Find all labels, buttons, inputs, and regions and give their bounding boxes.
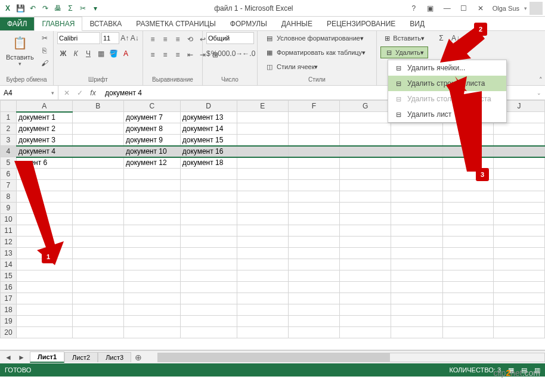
close-icon[interactable]: ✕ bbox=[473, 2, 488, 15]
orientation-icon[interactable]: ⟲ bbox=[184, 33, 196, 45]
col-header-E[interactable]: E bbox=[237, 101, 288, 112]
paste-button[interactable]: 📋 Вставить ▾ bbox=[4, 32, 36, 68]
align-middle-icon[interactable]: ≡ bbox=[159, 33, 171, 45]
align-top-icon[interactable]: ≡ bbox=[147, 33, 159, 45]
cell-styles-button[interactable]: ◫Стили ячеек ▾ bbox=[261, 61, 373, 73]
sheet-nav-prev-icon[interactable]: ◄ bbox=[2, 351, 14, 363]
cut-icon[interactable]: ✂ bbox=[78, 3, 88, 14]
row-header-2[interactable]: 2 bbox=[1, 123, 17, 135]
row-header-18[interactable]: 18 bbox=[1, 304, 17, 316]
cell-C2[interactable]: документ 8 bbox=[123, 123, 180, 135]
minimize-icon[interactable]: — bbox=[440, 2, 454, 15]
italic-button[interactable]: К bbox=[70, 48, 82, 60]
user-avatar-icon[interactable] bbox=[529, 2, 543, 15]
expand-formula-icon[interactable]: ⌄ bbox=[533, 90, 545, 96]
cell-D1[interactable]: документ 13 bbox=[180, 112, 237, 123]
cell-B1[interactable] bbox=[72, 112, 123, 123]
cell-D5[interactable]: документ 18 bbox=[180, 157, 237, 169]
collapse-ribbon-icon[interactable]: ˄ bbox=[539, 76, 543, 84]
row-header-20[interactable]: 20 bbox=[1, 327, 17, 338]
user-name[interactable]: Olga Sus bbox=[493, 5, 519, 12]
format-painter-button[interactable]: 🖌 bbox=[39, 57, 51, 69]
ribbon-options-icon[interactable]: ▣ bbox=[423, 2, 438, 15]
cell-A2[interactable]: документ 2 bbox=[16, 123, 72, 135]
cut-button[interactable]: ✂ bbox=[39, 32, 51, 44]
tab-page-layout[interactable]: РАЗМЕТКА СТРАНИЦЫ bbox=[129, 17, 223, 30]
align-center-icon[interactable]: ≡ bbox=[159, 49, 171, 61]
conditional-formatting-button[interactable]: ▤Условное форматирование ▾ bbox=[261, 32, 373, 44]
bold-button[interactable]: Ж bbox=[57, 48, 69, 60]
cell-D4[interactable]: документ 16 bbox=[180, 146, 237, 157]
currency-icon[interactable]: $ bbox=[206, 48, 210, 60]
save-icon[interactable]: 💾 bbox=[15, 3, 26, 14]
row-header-17[interactable]: 17 bbox=[1, 293, 17, 304]
insert-cells-button[interactable]: ⊞Вставить ▾ bbox=[380, 32, 428, 44]
comma-icon[interactable]: 000 bbox=[218, 48, 230, 60]
cell-C4[interactable]: документ 10 bbox=[123, 146, 180, 157]
maximize-icon[interactable]: ☐ bbox=[457, 2, 471, 15]
tab-file[interactable]: ФАЙЛ bbox=[0, 17, 34, 30]
row-header-16[interactable]: 16 bbox=[1, 282, 17, 293]
col-header-G[interactable]: G bbox=[339, 101, 391, 112]
print-icon[interactable]: 🖶 bbox=[52, 3, 63, 14]
sheet-tab-1[interactable]: Лист1 bbox=[30, 351, 64, 363]
font-color-button[interactable]: A bbox=[120, 48, 132, 60]
percent-icon[interactable]: % bbox=[211, 48, 218, 60]
tab-insert[interactable]: ВСТАВКА bbox=[82, 17, 129, 30]
sheet-tab-3[interactable]: Лист3 bbox=[98, 352, 131, 362]
cell-C5[interactable]: документ 12 bbox=[123, 157, 180, 169]
row-header-1[interactable]: 1 bbox=[1, 112, 17, 123]
fx-icon[interactable]: fx bbox=[87, 87, 99, 99]
undo-icon[interactable]: ↶ bbox=[27, 3, 38, 14]
align-bottom-icon[interactable]: ≡ bbox=[172, 33, 184, 45]
cell-C3[interactable]: документ 9 bbox=[123, 135, 180, 146]
cell-C1[interactable]: документ 7 bbox=[123, 112, 180, 123]
tab-view[interactable]: ВИД bbox=[402, 17, 432, 30]
tab-review[interactable]: РЕЦЕНЗИРОВАНИЕ bbox=[320, 17, 402, 30]
cell-D3[interactable]: документ 15 bbox=[180, 135, 237, 146]
enter-formula-icon[interactable]: ✓ bbox=[74, 87, 86, 99]
row-header-3[interactable]: 3 bbox=[1, 135, 17, 146]
qat-more-icon[interactable]: ▾ bbox=[90, 3, 101, 14]
increase-decimal-icon[interactable]: .0→ bbox=[230, 48, 242, 60]
horizontal-scrollbar[interactable] bbox=[157, 353, 545, 362]
font-size-input[interactable] bbox=[101, 32, 119, 44]
row-header-19[interactable]: 19 bbox=[1, 316, 17, 327]
align-left-icon[interactable]: ≡ bbox=[147, 49, 159, 61]
name-box[interactable]: A4▾ bbox=[0, 86, 58, 99]
copy-button[interactable]: ⎘ bbox=[39, 45, 51, 57]
col-header-A[interactable]: A bbox=[16, 101, 72, 112]
select-all-corner[interactable] bbox=[1, 101, 17, 112]
align-right-icon[interactable]: ≡ bbox=[172, 49, 184, 61]
cell-A3[interactable]: документ 3 bbox=[16, 135, 72, 146]
decrease-font-icon[interactable]: A↓ bbox=[131, 32, 140, 44]
cell-A1[interactable]: документ 1 bbox=[16, 112, 72, 123]
user-dropdown-icon[interactable]: ▾ bbox=[524, 5, 527, 11]
sheet-tab-2[interactable]: Лист2 bbox=[64, 352, 98, 362]
cell-D2[interactable]: документ 14 bbox=[180, 123, 237, 135]
redo-icon[interactable]: ↷ bbox=[40, 3, 51, 14]
decrease-decimal-icon[interactable]: ←.0 bbox=[243, 48, 255, 60]
tab-formulas[interactable]: ФОРМУЛЫ bbox=[223, 17, 274, 30]
border-button[interactable]: ▦ bbox=[95, 48, 107, 60]
col-header-C[interactable]: C bbox=[123, 101, 180, 112]
increase-font-icon[interactable]: A↑ bbox=[120, 32, 129, 44]
sum-icon[interactable]: Σ bbox=[65, 3, 76, 14]
col-header-B[interactable]: B bbox=[72, 101, 123, 112]
tab-data[interactable]: ДАННЫЕ bbox=[274, 17, 320, 30]
fill-color-button[interactable]: 🪣 bbox=[107, 48, 119, 60]
font-name-input[interactable] bbox=[57, 32, 100, 44]
row-header-15[interactable]: 15 bbox=[1, 270, 17, 282]
col-header-F[interactable]: F bbox=[288, 101, 339, 112]
delete-cells-button[interactable]: ⊟Удалить ▾ bbox=[380, 46, 428, 58]
underline-button[interactable]: Ч bbox=[82, 48, 94, 60]
help-icon[interactable]: ? bbox=[407, 2, 421, 15]
sheet-nav-next-icon[interactable]: ► bbox=[16, 351, 27, 363]
tab-home[interactable]: ГЛАВНАЯ bbox=[34, 17, 82, 31]
decrease-indent-icon[interactable]: ⇤ bbox=[184, 49, 196, 61]
cancel-formula-icon[interactable]: ✕ bbox=[61, 87, 73, 99]
col-header-D[interactable]: D bbox=[180, 101, 237, 112]
number-format-select[interactable] bbox=[206, 32, 254, 44]
add-sheet-button[interactable]: ⊕ bbox=[131, 353, 145, 362]
format-as-table-button[interactable]: ▦Форматировать как таблицу ▾ bbox=[261, 46, 373, 58]
